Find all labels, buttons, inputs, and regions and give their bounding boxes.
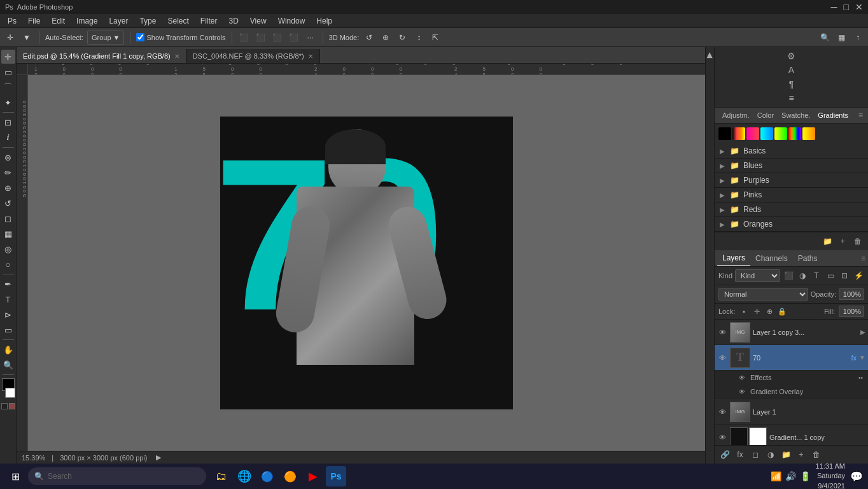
history-tool[interactable]: ↺ [1, 196, 15, 210]
gradient-swatch-3[interactable] [746, 127, 759, 140]
taskbar-app-ps[interactable]: Ps [326, 466, 346, 486]
layer-70-fx[interactable]: fx [851, 354, 857, 362]
layer-item-1[interactable]: 👁 IMG Layer 1 [715, 399, 868, 425]
layers-panel-menu[interactable]: ≡ [861, 254, 865, 263]
gradient-group-reds[interactable]: ▶ 📁 Reds [715, 202, 868, 217]
layer-70-expand[interactable]: ▼ [859, 354, 865, 361]
gradient-group-blues[interactable]: ▶ 📁 Blues [715, 159, 868, 173]
taskbar-app-explorer[interactable]: 🗂 [211, 466, 232, 486]
menu-type[interactable]: Type [134, 15, 161, 27]
new-gradient-folder-icon[interactable]: 📁 [821, 235, 834, 248]
effects-label-eye[interactable]: 👁 [738, 373, 746, 382]
background-color[interactable] [5, 388, 15, 398]
distribute-icon[interactable]: ⬛ [288, 31, 300, 44]
network-icon[interactable]: 📶 [771, 471, 781, 481]
text-tool[interactable]: T [1, 292, 15, 306]
options-arrow[interactable]: ▼ [20, 31, 33, 44]
3d-scale-icon[interactable]: ⇱ [429, 31, 442, 44]
gradient-tool[interactable]: ▦ [1, 227, 15, 241]
paragraph-icon[interactable]: ¶ [716, 78, 867, 90]
tab-edit-psd-close[interactable]: ✕ [174, 53, 179, 60]
taskbar-app-edge[interactable]: 🌐 [234, 466, 255, 486]
menu-file[interactable]: File [23, 15, 45, 27]
autoselect-dropdown[interactable]: Group ▼ [87, 31, 125, 45]
new-gradient-icon[interactable]: + [836, 235, 849, 248]
system-clock[interactable]: 11:31 AM Saturday 9/4/2021 [816, 462, 845, 489]
quick-mask-off[interactable] [1, 403, 8, 409]
text-panel-icon[interactable]: A [716, 64, 867, 76]
search-icon[interactable]: 🔍 [818, 31, 831, 44]
blend-mode-select[interactable]: Normal [718, 288, 808, 301]
crop-tool[interactable]: ⊡ [1, 115, 15, 129]
delete-gradient-icon[interactable]: 🗑 [851, 235, 864, 248]
layer-grad-copy-visibility[interactable]: 👁 [717, 432, 727, 443]
eraser-tool[interactable]: ◻ [1, 211, 15, 225]
pen-tool[interactable]: ✒ [1, 277, 15, 291]
path-select-tool[interactable]: ⊳ [1, 308, 15, 322]
brush-tool[interactable]: ✏ [1, 166, 15, 180]
gradient-swatch-1[interactable] [718, 127, 731, 140]
lock-artboard-icon[interactable]: ⊕ [764, 306, 774, 316]
library-icon[interactable]: ≡ [716, 92, 867, 104]
gradient-swatch-4[interactable] [760, 127, 773, 140]
workspace-icon[interactable]: ▦ [835, 31, 848, 44]
share-icon[interactable]: ↑ [851, 31, 864, 44]
tab-dsc[interactable]: DSC_0048.NEF @ 8.33% (RGB/8*) ✕ [186, 49, 320, 63]
menu-filter[interactable]: Filter [195, 15, 223, 27]
panel-tab-color[interactable]: Color [755, 110, 776, 120]
menu-layer[interactable]: Layer [104, 15, 133, 27]
3d-roll-icon[interactable]: ↻ [396, 31, 409, 44]
notification-icon[interactable]: 💬 [850, 471, 863, 483]
clone-tool[interactable]: ⊕ [1, 181, 15, 195]
lock-pixels-icon[interactable]: ▪ [739, 306, 749, 316]
taskbar-search[interactable]: 🔍 Search [28, 467, 206, 485]
menu-select[interactable]: Select [162, 15, 193, 27]
spot-heal-tool[interactable]: ⊛ [1, 150, 15, 164]
start-button[interactable]: ⊞ [5, 466, 25, 486]
panel-menu-icon[interactable]: ≡ [858, 111, 863, 120]
menu-view[interactable]: View [245, 15, 272, 27]
effect-item-effects[interactable]: 👁 Effects •• [715, 371, 868, 385]
gradient-swatch-5[interactable] [774, 127, 787, 140]
menu-help[interactable]: Help [311, 15, 337, 27]
collapse-panel-icon[interactable]: ◀ [705, 50, 715, 60]
panel-tab-swatches[interactable]: Swatche. [779, 110, 813, 120]
opacity-value[interactable]: 100% [839, 288, 864, 300]
gradient-group-oranges[interactable]: ▶ 📁 Oranges [715, 217, 868, 232]
zoom-tool[interactable]: 🔍 [1, 358, 15, 372]
adjustments-icon[interactable]: ⚙ [716, 50, 867, 62]
3d-pan-icon[interactable]: ⊕ [379, 31, 392, 44]
transform-checkbox-input[interactable] [136, 33, 144, 41]
taskbar-app-youtube[interactable]: ▶ [303, 466, 323, 486]
new-adjustment-icon[interactable]: ◑ [764, 448, 777, 461]
maximize-button[interactable]: □ [844, 2, 849, 12]
layer-item-70[interactable]: 👁 T 70 fx ▼ [715, 345, 868, 371]
new-group-icon[interactable]: 📁 [780, 448, 792, 461]
taskbar-app-orange[interactable]: 🟠 [280, 466, 300, 486]
layer-item-gradient-copy[interactable]: 👁 Gradient... 1 copy [715, 425, 868, 445]
filter-toggle[interactable]: ⚡ [853, 270, 864, 281]
gradient-group-basics[interactable]: ▶ 📁 Basics [715, 144, 868, 159]
layer-1-visibility[interactable]: 👁 [717, 407, 727, 417]
layers-tab-channels[interactable]: Channels [750, 252, 793, 266]
layer-70-visibility[interactable]: 👁 [717, 353, 727, 363]
move-tool[interactable]: ✛ [1, 50, 15, 64]
menu-edit[interactable]: Edit [46, 15, 70, 27]
blur-tool[interactable]: ◎ [1, 242, 15, 256]
adjustment-filter-icon[interactable]: ◑ [797, 270, 808, 281]
gradient-swatch-2[interactable] [732, 127, 745, 140]
layer-copy3-expand[interactable]: ▶ [860, 329, 865, 336]
panel-tab-gradients[interactable]: Gradients [815, 110, 851, 120]
tab-dsc-close[interactable]: ✕ [308, 53, 313, 60]
layer-item-copy3[interactable]: 👁 IMG Layer 1 copy 3... ▶ [715, 320, 868, 345]
pixel-filter-icon[interactable]: ⬛ [783, 270, 794, 281]
gradient-swatch-7[interactable] [802, 127, 815, 140]
fill-value[interactable]: 100% [839, 306, 864, 317]
type-filter-icon[interactable]: T [811, 270, 822, 281]
menu-ps[interactable]: Ps [3, 15, 22, 27]
gradient-group-pinks[interactable]: ▶ 📁 Pinks [715, 188, 868, 202]
transform-checkbox[interactable]: Show Transform Controls [136, 33, 225, 41]
close-button[interactable]: ✕ [855, 2, 863, 12]
align-left-icon[interactable]: ⬛ [238, 31, 251, 44]
panel-tab-adjustments[interactable]: Adjustm. [720, 110, 752, 120]
